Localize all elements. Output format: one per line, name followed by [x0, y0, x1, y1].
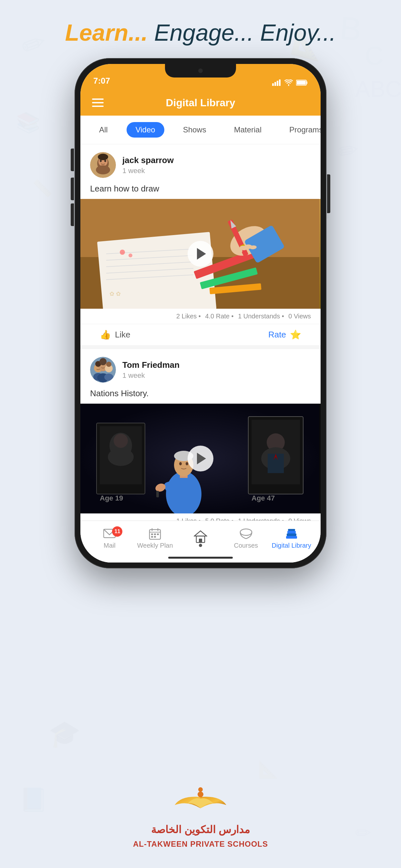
- stats-row-1: 2 Likes • 4.0 Rate • 1 Understands • 0 V…: [81, 309, 320, 324]
- logo-svg: [168, 778, 233, 819]
- svg-point-103: [198, 787, 203, 792]
- post-header-1: jack sparrow 1 week: [81, 144, 320, 181]
- svg-text:ABC: ABC: [355, 76, 401, 102]
- avatar-jack: [90, 152, 116, 178]
- svg-marker-94: [194, 531, 207, 536]
- tab-all[interactable]: All: [90, 122, 117, 137]
- stat-rate-1: 4.0 Rate: [205, 313, 229, 320]
- svg-point-55: [99, 358, 106, 365]
- svg-point-67: [186, 462, 188, 465]
- svg-point-97: [240, 529, 252, 535]
- home-active-dot: [199, 544, 202, 547]
- svg-point-56: [106, 362, 112, 367]
- svg-rect-16: [279, 80, 281, 86]
- video-thumb-2[interactable]: Age 19 Age 47: [81, 404, 320, 514]
- svg-rect-100: [287, 531, 296, 533]
- svg-point-59: [104, 374, 113, 381]
- star-icon-1: ⭐: [290, 330, 301, 340]
- svg-rect-18: [306, 82, 307, 84]
- svg-rect-14: [274, 82, 276, 86]
- poster-info-2: Tom Friedman 1 week: [122, 360, 311, 380]
- play-button-1[interactable]: [188, 241, 213, 267]
- svg-rect-13: [272, 83, 274, 86]
- digital-library-icon: [285, 528, 298, 540]
- nav-bar: Digital Library: [81, 90, 320, 116]
- content-area: jack sparrow 1 week Learn how to draw: [81, 144, 320, 523]
- svg-text:Age 47: Age 47: [251, 494, 275, 502]
- svg-text:🎓: 🎓: [49, 718, 81, 749]
- poster-name-1: jack sparrow: [122, 155, 311, 165]
- post-header-2: Tom Friedman 1 week: [81, 349, 320, 386]
- poster-info-1: jack sparrow 1 week: [122, 155, 311, 175]
- tagline-rest: Engage... Enjoy...: [154, 20, 336, 45]
- status-time: 7:07: [93, 76, 110, 86]
- poster-name-2: Tom Friedman: [122, 360, 311, 370]
- play-button-2[interactable]: [188, 445, 213, 471]
- nav-item-courses[interactable]: Courses: [223, 528, 269, 549]
- svg-text:Age 19: Age 19: [100, 494, 123, 502]
- hero-tagline: Learn... Engage... Enjoy...: [0, 20, 401, 46]
- home-icon: [194, 530, 207, 543]
- rate-label-1: Rate: [268, 330, 286, 340]
- svg-rect-99: [287, 533, 297, 536]
- svg-rect-89: [151, 533, 153, 535]
- like-button-1[interactable]: 👍 Like: [100, 330, 130, 340]
- tab-shows[interactable]: Shows: [174, 122, 215, 137]
- post-card-2: Tom Friedman 1 week Nations History.: [81, 349, 320, 523]
- digital-library-label: Digital Library: [272, 542, 311, 549]
- thumbs-up-icon: 👍: [100, 330, 111, 340]
- camera-dot: [198, 68, 203, 73]
- nav-item-digital-library[interactable]: Digital Library: [269, 528, 314, 549]
- rate-button-1[interactable]: Rate ⭐: [268, 330, 301, 340]
- weekly-plan-label: Weekly Plan: [137, 542, 173, 549]
- like-label-1: Like: [115, 330, 130, 340]
- poster-time-1: 1 week: [122, 166, 311, 175]
- tagline-learn: Learn...: [65, 20, 148, 45]
- hamburger-line-1: [92, 98, 104, 100]
- svg-point-66: [179, 462, 182, 465]
- phone-shell: 7:07: [74, 58, 327, 568]
- svg-rect-96: [199, 538, 202, 542]
- mail-label: Mail: [104, 542, 116, 549]
- video-thumb-1[interactable]: ✿ ✿: [81, 199, 320, 309]
- tab-programs[interactable]: Programs: [280, 122, 320, 137]
- svg-text:📚: 📚: [16, 111, 40, 134]
- tab-video[interactable]: Video: [127, 122, 164, 137]
- stat-likes-1: 2 Likes: [176, 313, 197, 320]
- courses-label: Courses: [234, 542, 258, 549]
- footer: مدارس التكوين الخاصة AL-TAKWEEN PRIVATE …: [0, 778, 401, 848]
- nav-item-mail[interactable]: 11 Mail: [87, 528, 132, 549]
- svg-rect-15: [277, 81, 278, 86]
- hamburger-line-3: [92, 105, 104, 107]
- hamburger-line-2: [92, 102, 104, 103]
- hamburger-menu[interactable]: [92, 98, 104, 107]
- courses-icon: [239, 528, 253, 540]
- phone-notch: [165, 64, 236, 78]
- svg-rect-90: [154, 533, 156, 535]
- svg-rect-92: [151, 536, 153, 538]
- svg-text:📏: 📏: [32, 179, 53, 198]
- svg-rect-98: [286, 536, 297, 538]
- poster-time-2: 1 week: [122, 371, 311, 380]
- svg-point-23: [96, 165, 110, 175]
- svg-text:✿ ✿: ✿ ✿: [110, 290, 121, 297]
- stat-views-1: 0 Views: [288, 313, 311, 320]
- mail-badge: 11: [112, 526, 122, 537]
- nav-item-home[interactable]: [178, 530, 223, 547]
- signal-icon: [272, 80, 281, 86]
- home-indicator: [168, 557, 233, 559]
- svg-rect-101: [288, 529, 295, 531]
- svg-point-35: [120, 250, 125, 255]
- phone-mockup: 7:07: [74, 58, 327, 568]
- tab-material[interactable]: Material: [225, 122, 271, 137]
- svg-text:📐: 📐: [258, 760, 279, 779]
- post-card-1: jack sparrow 1 week Learn how to draw: [81, 144, 320, 345]
- school-name-arabic: مدارس التكوين الخاصة: [151, 824, 250, 836]
- svg-point-36: [128, 253, 132, 257]
- nav-item-weekly-plan[interactable]: Weekly Plan: [132, 528, 178, 549]
- wifi-icon: [284, 80, 293, 86]
- bottom-nav: 11 Mail: [81, 521, 320, 562]
- post-title-2: Nations History.: [81, 386, 320, 404]
- avatar-tom: [90, 357, 116, 383]
- mail-icon-wrapper: 11: [103, 528, 116, 540]
